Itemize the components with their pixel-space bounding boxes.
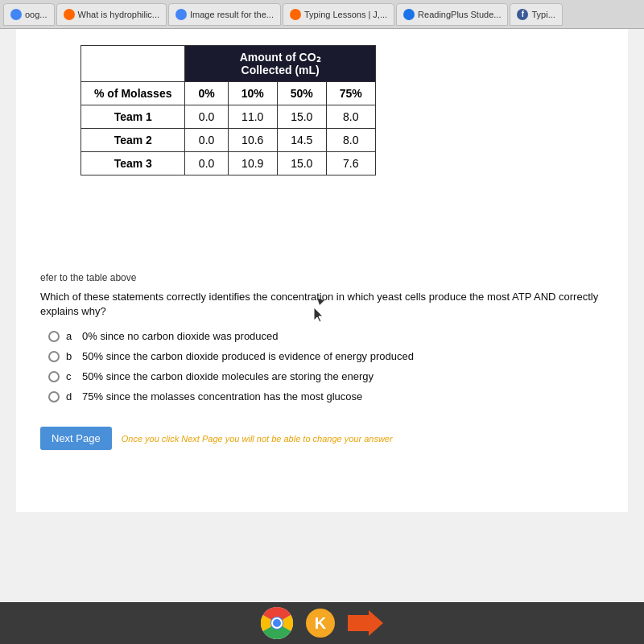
- row-label-team3: Team 3: [81, 152, 185, 175]
- option-c-text: 50% since the carbon dioxide molecules a…: [82, 370, 604, 382]
- next-page-button[interactable]: Next Page: [40, 427, 112, 450]
- tab-6-label: Typi...: [531, 10, 555, 19]
- arrow-taskbar-icon[interactable]: [348, 610, 383, 636]
- fb-icon-6: f: [517, 9, 528, 20]
- option-d[interactable]: d 75% since the molasses concentration h…: [48, 390, 604, 402]
- tab-3[interactable]: Image result for the...: [168, 3, 281, 26]
- tab-4[interactable]: Typing Lessons | J,...: [283, 3, 394, 26]
- team2-col3: 8.0: [326, 129, 375, 152]
- table-row: Team 3 0.0 10.9 15.0 7.6: [81, 152, 376, 175]
- radio-a[interactable]: [48, 331, 60, 342]
- google-icon-3: [175, 9, 187, 20]
- tab-4-label: Typing Lessons | J,...: [304, 10, 387, 19]
- orange-icon-2: [64, 9, 75, 20]
- option-d-letter: d: [66, 390, 76, 402]
- team2-col2: 14.5: [277, 129, 326, 152]
- option-a[interactable]: a 0% since no carbon dioxide was produce…: [48, 330, 604, 342]
- svg-marker-4: [348, 610, 383, 636]
- k-taskbar-icon[interactable]: K: [306, 609, 335, 638]
- option-d-text: 75% since the molasses concentration has…: [82, 390, 604, 402]
- col-header-0: 0%: [185, 82, 228, 105]
- tab-3-label: Image result for the...: [190, 10, 274, 19]
- team1-col2: 15.0: [277, 105, 326, 129]
- table-row: Team 1 0.0 11.0 15.0 8.0: [81, 105, 376, 129]
- data-table: Amount of CO₂ Collected (mL) % of Molass…: [80, 45, 376, 175]
- team1-col1: 11.0: [228, 105, 277, 129]
- orange-icon-4: [290, 9, 301, 20]
- tab-2[interactable]: What is hydrophilic...: [56, 3, 167, 26]
- option-a-letter: a: [66, 330, 76, 342]
- svg-point-3: [272, 618, 282, 628]
- option-b-text: 50% since the carbon dioxide produced is…: [82, 350, 604, 362]
- next-page-area: Next Page Once you click Next Page you w…: [32, 411, 612, 458]
- browser-tab-bar: oog... What is hydrophilic... Image resu…: [0, 0, 644, 29]
- team3-col2: 15.0: [277, 152, 326, 175]
- taskbar: K: [0, 602, 644, 644]
- tab-2-label: What is hydrophilic...: [78, 10, 159, 19]
- chrome-taskbar-icon[interactable]: [261, 607, 293, 639]
- question-area: efer to the table above Which of these s…: [32, 256, 612, 411]
- option-c-letter: c: [66, 370, 76, 382]
- tab-5[interactable]: ReadingPlus Stude...: [396, 3, 508, 26]
- table-row: Team 2 0.0 10.6 14.5 8.0: [81, 129, 376, 152]
- question-text: Which of these statements correctly iden…: [40, 290, 604, 319]
- main-content: Amount of CO₂ Collected (mL) % of Molass…: [0, 29, 644, 644]
- team1-col3: 8.0: [326, 105, 375, 129]
- team3-col0: 0.0: [185, 152, 228, 175]
- radio-d[interactable]: [48, 391, 60, 402]
- blue-icon-5: [403, 9, 415, 20]
- tab-1[interactable]: oog...: [3, 3, 55, 26]
- row-header-label: % of Molasses: [81, 82, 185, 105]
- page-area: Amount of CO₂ Collected (mL) % of Molass…: [16, 29, 628, 512]
- google-icon: [10, 9, 22, 20]
- tab-1-label: oog...: [25, 10, 47, 19]
- radio-c[interactable]: [48, 371, 60, 382]
- col-header-2: 50%: [277, 82, 326, 105]
- option-c[interactable]: c 50% since the carbon dioxide molecules…: [48, 370, 604, 382]
- row-label-team2: Team 2: [81, 129, 185, 152]
- team2-col0: 0.0: [185, 129, 228, 152]
- empty-space: [32, 175, 612, 256]
- option-b-letter: b: [66, 350, 76, 362]
- tab-5-label: ReadingPlus Stude...: [418, 10, 501, 19]
- option-b[interactable]: b 50% since the carbon dioxide produced …: [48, 350, 604, 362]
- team1-col0: 0.0: [185, 105, 228, 129]
- table-main-header: Amount of CO₂ Collected (mL): [185, 46, 375, 82]
- team3-col3: 7.6: [326, 152, 375, 175]
- next-page-note: Once you click Next Page you will not be…: [122, 434, 393, 444]
- answer-options: a 0% since no carbon dioxide was produce…: [48, 330, 604, 402]
- team2-col1: 10.6: [228, 129, 277, 152]
- row-label-team1: Team 1: [81, 105, 185, 129]
- col-header-1: 10%: [228, 82, 277, 105]
- tab-6[interactable]: f Typi...: [510, 3, 562, 26]
- radio-b[interactable]: [48, 351, 60, 362]
- col-header-3: 75%: [326, 82, 375, 105]
- option-a-text: 0% since no carbon dioxide was produced: [82, 330, 604, 342]
- team3-col1: 10.9: [228, 152, 277, 175]
- refer-text: efer to the table above: [40, 272, 604, 283]
